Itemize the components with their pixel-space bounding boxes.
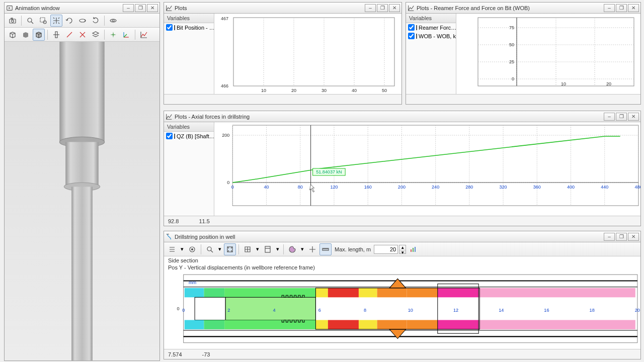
spin-icon[interactable]: [76, 15, 89, 27]
shaded-edges-icon[interactable]: [33, 29, 45, 41]
zoom-icon[interactable]: [204, 243, 216, 255]
min-button[interactable]: –: [604, 113, 615, 121]
svg-rect-108: [204, 320, 224, 329]
var-swatch: [416, 25, 417, 30]
svg-point-8: [112, 20, 114, 22]
svg-rect-14: [71, 187, 93, 360]
maxlen-spinner[interactable]: ▲▼: [399, 245, 406, 254]
svg-rect-99: [328, 288, 359, 297]
svg-rect-98: [315, 288, 328, 297]
plot-icon: [408, 5, 415, 12]
svg-text:200: 200: [222, 133, 229, 138]
close-button[interactable]: ✕: [389, 4, 400, 12]
var-header: Variables: [164, 122, 214, 132]
svg-rect-96: [204, 288, 224, 297]
var-checkbox[interactable]: [166, 133, 173, 139]
var-row[interactable]: WOB - WOB, kN: [406, 32, 456, 40]
svg-point-4: [28, 18, 32, 22]
side-section-label: Side section: [164, 256, 640, 264]
palette-icon[interactable]: [286, 243, 298, 255]
align-icon[interactable]: [50, 29, 62, 41]
max-button[interactable]: ❐: [616, 4, 627, 12]
grid-icon[interactable]: [242, 243, 254, 255]
var-row[interactable]: Reamer Forc…: [406, 23, 456, 32]
svg-rect-87: [415, 247, 416, 252]
svg-text:mm: mm: [189, 280, 197, 285]
var-row[interactable]: Bit Position - …: [164, 23, 214, 32]
svg-rect-116: [478, 320, 635, 329]
svg-text:75: 75: [509, 25, 514, 30]
bars-icon[interactable]: [407, 243, 419, 255]
dropdown-icon[interactable]: ▾: [275, 243, 281, 255]
svg-text:14: 14: [499, 308, 504, 313]
svg-text:10: 10: [408, 308, 413, 313]
svg-rect-3: [11, 18, 13, 19]
var-checkbox[interactable]: [408, 33, 415, 39]
rotate-icon[interactable]: [63, 15, 75, 27]
var-row[interactable]: QZ (B) [Shaft…: [164, 132, 214, 140]
shaded-icon[interactable]: [20, 29, 32, 41]
spark-icon[interactable]: [107, 29, 119, 41]
expand-icon[interactable]: [306, 243, 318, 255]
dropdown-icon[interactable]: ▾: [217, 243, 223, 255]
max-button[interactable]: ❐: [616, 113, 627, 121]
max-button[interactable]: ❐: [616, 233, 627, 241]
target-icon[interactable]: [186, 243, 198, 255]
svg-text:20: 20: [291, 88, 296, 93]
var-checkbox[interactable]: [408, 24, 415, 31]
sheet-icon[interactable]: [262, 243, 274, 255]
axes-icon[interactable]: [120, 29, 132, 41]
svg-text:0: 0: [182, 308, 185, 313]
refresh-icon[interactable]: [90, 15, 102, 27]
svg-rect-15: [233, 18, 394, 86]
close-button[interactable]: ✕: [628, 4, 639, 12]
var-swatch: [174, 25, 175, 30]
plot-area[interactable]: 75 50 25 0 10 20: [456, 14, 640, 94]
svg-point-81: [207, 247, 211, 251]
list-icon[interactable]: [166, 243, 178, 255]
svg-text:10: 10: [261, 88, 266, 93]
dropdown-icon[interactable]: ▾: [179, 243, 185, 255]
max-button[interactable]: ❐: [135, 4, 146, 12]
min-button[interactable]: –: [604, 233, 615, 241]
svg-text:50: 50: [509, 42, 514, 47]
axial-plot-area[interactable]: 51.84037 kN 200 0 0408012016020024028032…: [214, 122, 640, 216]
camera-icon[interactable]: [7, 15, 19, 27]
layers-icon[interactable]: [90, 29, 102, 41]
dropdown-icon[interactable]: ▾: [255, 243, 261, 255]
maxlen-input[interactable]: [374, 245, 398, 254]
close-button[interactable]: ✕: [628, 233, 639, 241]
fit-icon[interactable]: [224, 243, 236, 255]
ruler-icon[interactable]: [319, 243, 332, 255]
close-button[interactable]: ✕: [628, 113, 639, 121]
svg-rect-104: [478, 288, 635, 297]
plot-icon: [166, 113, 173, 120]
svg-text:16: 16: [544, 308, 549, 313]
zoom-icon[interactable]: [24, 15, 36, 27]
svg-rect-114: [407, 320, 438, 329]
well-icon: [166, 233, 173, 240]
zoom-area-icon[interactable]: [37, 15, 49, 27]
min-button[interactable]: –: [123, 4, 134, 12]
pan-icon[interactable]: [50, 15, 62, 27]
eye-icon[interactable]: [107, 15, 119, 27]
wireframe-icon[interactable]: [7, 29, 19, 41]
chart-icon[interactable]: [138, 29, 150, 41]
line1-icon[interactable]: [63, 29, 75, 41]
drillpos-plot-area[interactable]: 0 mm: [164, 272, 640, 349]
svg-rect-102: [407, 288, 438, 297]
close-button[interactable]: ✕: [147, 4, 158, 12]
svg-rect-97: [224, 288, 315, 297]
svg-rect-112: [359, 320, 377, 329]
anim-viewport[interactable]: [5, 42, 159, 360]
dropdown-icon[interactable]: ▾: [299, 243, 305, 255]
var-label: QZ (B) [Shaft…: [177, 133, 214, 139]
min-button[interactable]: –: [365, 4, 376, 12]
svg-text:0: 0: [177, 306, 179, 311]
min-button[interactable]: –: [604, 4, 615, 12]
var-checkbox[interactable]: [166, 24, 173, 31]
max-button[interactable]: ❐: [377, 4, 388, 12]
plot-area[interactable]: 467 466 10 20 30 40 50: [214, 14, 401, 94]
svg-text:20: 20: [635, 308, 640, 313]
line2-icon[interactable]: [76, 29, 89, 41]
